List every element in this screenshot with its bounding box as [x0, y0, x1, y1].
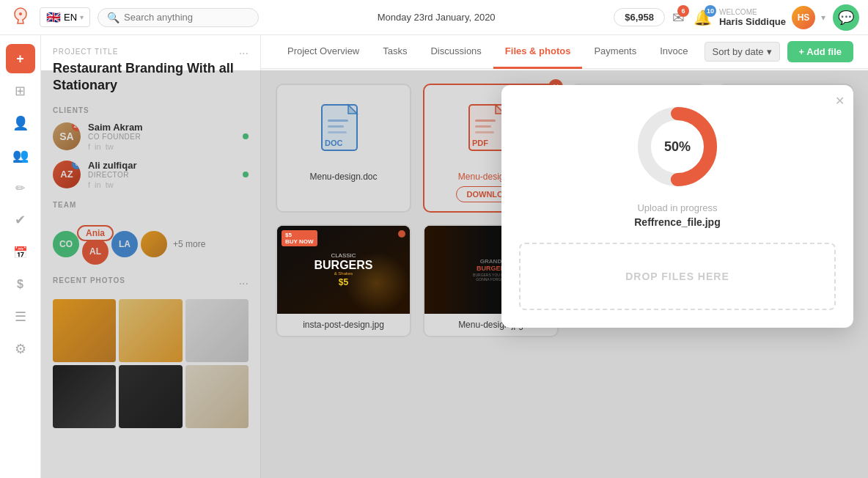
- user-avatar: HS: [792, 6, 815, 29]
- client-socials-ali: f in tw: [88, 180, 232, 189]
- sidebar-icon-dollar[interactable]: $: [6, 270, 35, 299]
- chevron-down-icon: ▾: [821, 12, 825, 23]
- sidebar-icon-user[interactable]: 👤: [6, 109, 35, 138]
- project-title: Restaurant Branding With all Stationary: [53, 60, 249, 95]
- project-header: PROJECT TITLE ···: [53, 47, 249, 60]
- linkedin-icon[interactable]: in: [95, 180, 101, 189]
- team-avatar-la[interactable]: LA: [111, 231, 138, 257]
- photo-thumb-6[interactable]: [185, 365, 249, 428]
- team-avatars: CO Ania AL LA +5 more: [53, 224, 249, 265]
- facebook-icon[interactable]: f: [88, 142, 90, 151]
- add-file-button[interactable]: + Add file: [787, 41, 853, 62]
- chat-button[interactable]: 💬: [833, 4, 859, 31]
- date-display: Monday 23rd January, 2020: [266, 12, 606, 23]
- team-avatar-al[interactable]: AL: [82, 238, 108, 265]
- main-layout: + ⊞ 👤 👥 ✏ ✔ 📅 $ ☰ ⚙ PROJECT: [0, 35, 868, 478]
- search-input[interactable]: [124, 12, 249, 23]
- client-item[interactable]: SA 20 Saim Akram CO FOUNDER f in tw: [53, 122, 249, 151]
- team-label: TEAM: [53, 201, 76, 209]
- tab-discussions[interactable]: Discussions: [419, 35, 493, 69]
- photo-thumb-5[interactable]: [119, 365, 182, 428]
- client-info-ali: Ali zulfiqar DIRECTOR f in tw: [88, 160, 232, 189]
- user-name: Haris Siddique: [719, 16, 786, 27]
- file-name-insta: insta-post-design.jpg: [277, 314, 410, 336]
- sidebar-icon-list[interactable]: ☰: [6, 302, 35, 331]
- linkedin-icon[interactable]: in: [95, 142, 101, 151]
- team-section: TEAM CO Ania AL LA +5 more: [53, 201, 249, 265]
- team-header: TEAM: [53, 201, 249, 216]
- svg-rect-5: [328, 131, 347, 133]
- recent-photos-section: RECENT PHOTOS ···: [53, 276, 249, 429]
- svg-point-0: [19, 12, 22, 15]
- modal-close-button[interactable]: ✕: [835, 94, 845, 108]
- user-icon: 👤: [12, 115, 29, 131]
- plus-icon: +: [16, 51, 24, 67]
- group-icon: 👥: [12, 147, 29, 163]
- client-info-saim: Saim Akram CO FOUNDER f in tw: [88, 122, 232, 151]
- sidebar-icon-grid[interactable]: ⊞: [6, 76, 35, 106]
- team-avatar-wrap-al: Ania AL: [82, 238, 108, 265]
- upload-chart-row: 50%: [519, 103, 836, 191]
- twitter-icon[interactable]: tw: [106, 142, 114, 151]
- lang-selector[interactable]: 🇬🇧 EN ▾: [40, 7, 90, 27]
- photo-thumb-2[interactable]: [119, 299, 182, 362]
- chevron-down-icon: ▾: [80, 13, 84, 21]
- tab-payments[interactable]: Payments: [582, 35, 648, 69]
- project-menu-dots[interactable]: ···: [239, 47, 249, 60]
- svg-text:PDF: PDF: [472, 139, 488, 147]
- photo-thumb-1[interactable]: [53, 299, 116, 362]
- sidebar-icon-edit[interactable]: ✏: [6, 173, 35, 202]
- file-card-doc[interactable]: DOC Menu-design.doc: [276, 84, 411, 213]
- sort-button[interactable]: Sort by date ▾: [705, 42, 780, 62]
- logo[interactable]: [9, 6, 32, 29]
- upload-filename: Reffrence_file.jpg: [519, 216, 836, 228]
- welcome-label: WELCOME: [719, 8, 786, 16]
- check-icon: ✔: [15, 212, 26, 228]
- grid-icon: ⊞: [15, 83, 26, 99]
- sidebar-icon-group[interactable]: 👥: [6, 141, 35, 170]
- client-avatar-saim: SA 20: [53, 122, 81, 150]
- nav-icons: ✉ 6 🔔 10: [672, 9, 712, 26]
- project-label: PROJECT TITLE: [53, 48, 118, 56]
- twitter-icon[interactable]: tw: [106, 180, 114, 189]
- sidebar-icon-check[interactable]: ✔: [6, 205, 35, 235]
- facebook-icon[interactable]: f: [88, 180, 90, 189]
- bell-button[interactable]: 🔔 10: [694, 9, 712, 26]
- photos-grid: [53, 299, 249, 429]
- add-file-label: + Add file: [799, 46, 842, 57]
- user-menu[interactable]: WELCOME Haris Siddique HS ▾: [719, 6, 825, 29]
- tab-invoce[interactable]: Invoce: [648, 35, 699, 69]
- photo-thumb-4[interactable]: [53, 365, 116, 428]
- recent-photos-header: RECENT PHOTOS ···: [53, 276, 249, 292]
- file-card-insta[interactable]: $5BUY NOW CLASSIC BURGERS & Shakes $5 in…: [276, 224, 411, 337]
- search-bar[interactable]: 🔍: [98, 8, 259, 27]
- settings-icon: ⚙: [15, 341, 26, 357]
- tab-project-overview[interactable]: Project Overview: [276, 35, 371, 69]
- tab-tasks[interactable]: Tasks: [371, 35, 419, 69]
- chat-icon: 💬: [838, 10, 854, 26]
- file-name-doc: Menu-design.doc: [309, 172, 377, 182]
- drop-label: DROP FILES HERE: [625, 271, 729, 282]
- client-item-ali[interactable]: AZ 6 Ali zulfiqar DIRECTOR f in tw: [53, 160, 249, 189]
- upload-status-text: Upload in progress: [519, 202, 836, 213]
- sidebar-icon-settings[interactable]: ⚙: [6, 334, 35, 364]
- drop-zone[interactable]: DROP FILES HERE: [519, 243, 836, 310]
- client-role-ali: DIRECTOR: [88, 171, 232, 179]
- sidebar-icon-calendar[interactable]: 📅: [6, 238, 35, 267]
- team-avatar-co[interactable]: CO: [53, 231, 79, 257]
- lang-label: EN: [64, 12, 77, 23]
- dollar-icon: $: [17, 278, 23, 291]
- upload-percent: 50%: [664, 139, 691, 155]
- tabs-right: Sort by date ▾ + Add file: [705, 41, 854, 62]
- team-more-text[interactable]: +5 more: [173, 239, 205, 249]
- sidebar-icon-plus[interactable]: +: [6, 44, 35, 73]
- tab-files-photos[interactable]: Files & photos: [493, 35, 583, 69]
- clients-label: CLIENTS: [53, 106, 249, 114]
- client-socials-saim: f in tw: [88, 142, 232, 151]
- team-avatar-photo[interactable]: [141, 231, 167, 257]
- online-indicator-ali: [243, 172, 249, 177]
- mail-button[interactable]: ✉ 6: [672, 9, 685, 26]
- recent-photos-menu[interactable]: ···: [239, 277, 249, 290]
- online-indicator-saim: [243, 133, 249, 139]
- photo-thumb-3[interactable]: [185, 299, 249, 362]
